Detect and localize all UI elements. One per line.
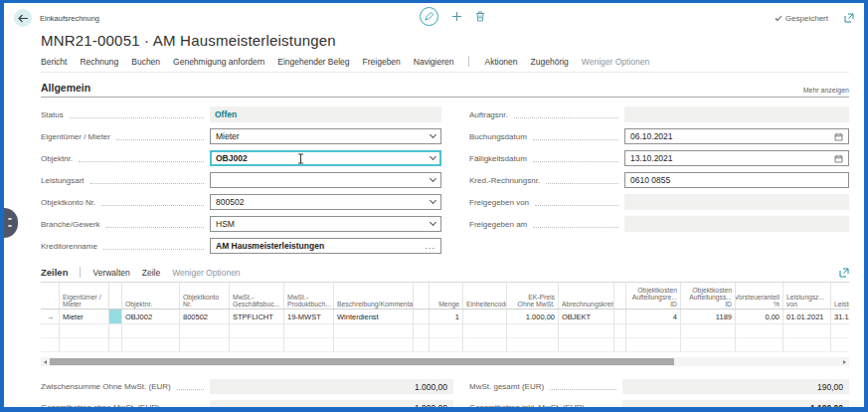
cell-einheitencode[interactable]	[462, 309, 506, 323]
field-freigegeben-von: Freigegeben von	[469, 191, 849, 213]
cell-ek-preis[interactable]: 1.000,00	[506, 309, 558, 323]
kreditorenname-field[interactable]: AM Hausmeisterleistungen...	[210, 238, 441, 254]
chevron-down-icon[interactable]	[430, 196, 436, 203]
menu-bericht[interactable]: Bericht	[41, 57, 67, 67]
cell-mwst-geschaeftsbuchung[interactable]: STPFLICHT	[229, 309, 283, 323]
menu-weniger-optionen[interactable]: Weniger Optionen	[582, 57, 649, 67]
popout-button[interactable]	[844, 13, 854, 23]
col-abrechnungskreis[interactable]: Abrechnungskreis	[558, 283, 613, 309]
assist-edit-button[interactable]: ...	[425, 243, 435, 249]
table-header-row: Eigentümer / Mieter Objektnr. Objektkont…	[41, 283, 849, 309]
status-value: Offen	[215, 109, 237, 119]
section-allgemein-title[interactable]: Allgemein	[41, 82, 90, 94]
cell-eigentuemer-mieter[interactable]: Mieter	[59, 309, 108, 323]
section-zeilen-title[interactable]: Zeilen	[41, 267, 68, 278]
total-mwst-gesamt: MwSt. gesamt (EUR) 190,00	[469, 376, 849, 397]
delete-button[interactable]	[475, 11, 485, 22]
chevron-down-icon[interactable]	[430, 152, 436, 159]
table-empty-row[interactable]	[41, 338, 849, 352]
col-vorsteueranteil[interactable]: Vorsteueranteil %	[735, 283, 782, 309]
cell-menge[interactable]: 1	[429, 309, 462, 323]
page-caption: Einkaufsrechnung	[40, 14, 99, 23]
open-in-excel-button[interactable]	[839, 268, 849, 278]
chevron-down-icon[interactable]	[430, 130, 436, 137]
col-beschreibung[interactable]: Beschreibung/Kommentar	[333, 283, 413, 309]
col-leistungszeitraum-von[interactable]: Leistungsz... von	[782, 283, 830, 309]
status-field: Offen	[210, 106, 441, 122]
total-gesamtbetrag-inkl-value: 1.190,00	[622, 400, 849, 412]
cell-leistungszeitraum-von[interactable]: 01.01.2021	[782, 309, 830, 323]
cell-vorsteueranteil[interactable]: 0,00	[735, 309, 782, 323]
menu-navigieren[interactable]: Navigieren	[414, 57, 454, 67]
col-ek-preis[interactable]: EK-Preis Ohne MwSt.	[506, 283, 558, 309]
cell-blank-2	[613, 309, 625, 323]
page-title: MNR21-00051 · AM Hausmeisterleistungen	[41, 32, 864, 49]
branche-gewerk-combo[interactable]: HSM	[210, 216, 441, 232]
col-type[interactable]	[108, 283, 121, 309]
col-eigentuemer-mieter[interactable]: Eigentümer / Mieter	[59, 283, 108, 309]
menu-freigeben[interactable]: Freigeben	[363, 57, 401, 67]
menu-rechnung[interactable]: Rechnung	[80, 57, 118, 67]
horizontal-scrollbar[interactable]	[41, 357, 849, 366]
col-aufteilungsregel-id[interactable]: Objektkosten Aufteilungsre... ID	[625, 283, 680, 309]
cell-leistungszeitraum-bis[interactable]: 31.12.2021	[830, 309, 849, 323]
menu-verwalten[interactable]: Verwalten	[92, 268, 129, 278]
field-objektnr-label: Objektnr.	[41, 154, 73, 163]
cell-aufteilungsregel-id[interactable]: 4	[625, 309, 680, 323]
menu-aktionen[interactable]: Aktionen	[484, 57, 517, 67]
col-mwst-geschaeftsbuchung[interactable]: MwSt.-Geschäftsbuc...	[229, 283, 283, 309]
objektnr-combo[interactable]: OBJ002	[210, 150, 441, 166]
scrollbar-track[interactable]	[50, 358, 840, 365]
lines-weniger-optionen[interactable]: Weniger Optionen	[172, 268, 240, 278]
scroll-left-button[interactable]	[41, 357, 50, 366]
menu-zugehoerig[interactable]: Zugehörig	[531, 57, 569, 67]
faelligkeitsdatum-field[interactable]: 13.10.2021	[624, 150, 849, 166]
calendar-icon[interactable]	[834, 154, 843, 163]
new-button[interactable]	[451, 11, 462, 22]
mehr-anzeigen-link[interactable]: Mehr anzeigen	[803, 87, 849, 94]
col-menge[interactable]: Menge	[429, 283, 462, 309]
chevron-down-icon[interactable]	[430, 174, 436, 181]
dotted-leader	[79, 161, 204, 162]
field-freigegeben-von-label: Freigegeben von	[469, 198, 529, 207]
table-empty-row[interactable]	[41, 324, 849, 338]
freigegeben-von-field	[624, 194, 849, 210]
cell-mwst-produktbuchung[interactable]: 19-MWST	[283, 309, 333, 323]
col-einheitencode[interactable]: Einheitencode	[462, 283, 506, 309]
objektkonto-nr-combo[interactable]: 800502	[210, 194, 441, 210]
menu-eingehender-beleg[interactable]: Eingehender Beleg	[277, 57, 349, 67]
dotted-leader	[546, 183, 618, 184]
chevron-down-icon[interactable]	[430, 218, 436, 225]
field-freigegeben-am-label: Freigegeben am	[469, 220, 527, 229]
menu-buchen[interactable]: Buchen	[131, 57, 160, 67]
col-mwst-produktbuchung[interactable]: MwSt.-Produktbuch...	[283, 283, 333, 309]
field-kred-rechnungsnr-label: Kred.-Rechnungsnr.	[469, 176, 540, 185]
menu-zeile[interactable]: Zeile	[142, 268, 160, 278]
col-aufteilungsschema-id[interactable]: Objektkosten Aufteilungss... ID	[680, 283, 735, 309]
calendar-icon[interactable]	[834, 132, 843, 141]
col-objektnr[interactable]: Objektnr.	[121, 283, 179, 309]
scrollbar-thumb[interactable]	[50, 358, 674, 365]
cell-objektnr[interactable]: OBJ002	[121, 309, 179, 323]
menu-genehmigung-anfordern[interactable]: Genehmigung anfordern	[173, 57, 264, 67]
back-button[interactable]	[14, 9, 32, 27]
edit-button[interactable]	[420, 7, 438, 26]
col-leistungszeitraum-bis[interactable]: Leistu... bis	[830, 283, 849, 309]
kred-rechnungsnr-field[interactable]: 0610 0855	[624, 172, 849, 188]
total-zwischensumme-label: Zwischensumme Ohne MwSt. (EUR)	[41, 382, 171, 391]
cell-abrechnungskreis[interactable]: OBJEKT	[558, 309, 613, 323]
field-branche-gewerk-label: Branche/Gewerk	[41, 220, 100, 229]
dotted-leader	[533, 161, 618, 162]
cell-aufteilungsschema-id[interactable]: 1189	[680, 309, 735, 323]
table-row[interactable]: → Mieter OBJ002 800502 STPFLICHT 19-MWST…	[41, 309, 849, 324]
leistungsart-combo[interactable]	[210, 172, 441, 188]
col-objektkonto-nr[interactable]: Objektkonto Nr.	[179, 283, 229, 309]
cell-type-selected[interactable]	[108, 309, 121, 323]
field-freigegeben-am: Freigegeben am	[469, 213, 849, 235]
auftragsnr-field	[624, 106, 849, 122]
eigentuemer-mieter-select[interactable]: Mieter	[210, 128, 441, 144]
scroll-right-button[interactable]	[840, 357, 849, 366]
cell-objektkonto-nr[interactable]: 800502	[179, 309, 229, 323]
buchungsdatum-field[interactable]: 06.10.2021	[624, 128, 849, 144]
cell-beschreibung[interactable]: Winterdienst	[333, 309, 413, 323]
